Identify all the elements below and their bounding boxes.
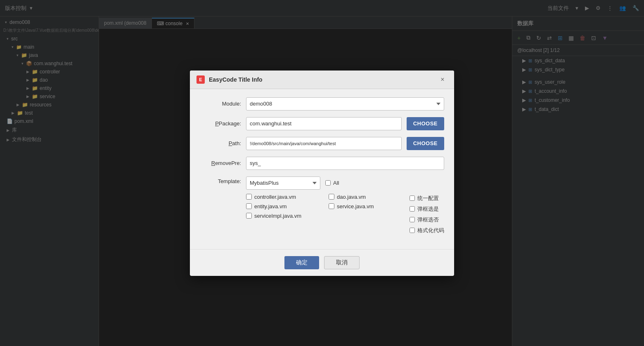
checkbox-dao-input[interactable] — [329, 194, 334, 200]
modal-close-button[interactable]: × — [438, 75, 447, 85]
template-section: Template: MybatisPlus All — [200, 177, 444, 234]
format-code-label: 格式化代码 — [417, 227, 444, 234]
path-input[interactable] — [246, 137, 402, 150]
removepre-input[interactable] — [246, 157, 444, 170]
package-choose-button[interactable]: CHOOSE — [407, 117, 444, 130]
right-option-unified-config[interactable]: 统一配置 — [410, 195, 444, 202]
icon-text: E — [199, 77, 202, 82]
checkbox-service-input[interactable] — [329, 203, 334, 209]
modal-backdrop: E EasyCode Title Info × Module: demo008 — [0, 0, 644, 346]
package-label: PPackage: — [200, 120, 241, 127]
right-option-dialog-no[interactable]: 弹框选否 — [410, 216, 444, 224]
modal-title: EasyCode Title Info — [209, 76, 433, 83]
right-option-dialog-yes[interactable]: 弹框选是 — [410, 205, 444, 213]
format-code-checkbox[interactable] — [410, 228, 415, 233]
removepre-label: RemovePre: — [200, 160, 241, 166]
unified-config-label: 统一配置 — [417, 195, 439, 202]
template-content: MybatisPlus All controller.java.vm — [246, 177, 405, 234]
all-checkbox-label[interactable]: All — [325, 180, 339, 186]
checkbox-service[interactable]: service.java.vm — [329, 203, 405, 209]
dialog-yes-label: 弹框选是 — [417, 205, 439, 213]
checkbox-serviceimpl[interactable]: serviceImpl.java.vm — [246, 213, 322, 219]
dialog-no-label: 弹框选否 — [417, 216, 439, 224]
modal-header: E EasyCode Title Info × — [190, 71, 454, 89]
ide-background: 版本控制 ▾ 当前文件 ▾ ▶ ⚙ ⋮ 👥 🔧 ▾ demo008 D:\教学文… — [0, 0, 644, 346]
template-framework-select[interactable]: MybatisPlus — [246, 177, 320, 190]
unified-config-checkbox[interactable] — [410, 195, 415, 201]
checkbox-service-label: service.java.vm — [337, 203, 374, 209]
module-row: Module: demo008 — [200, 97, 444, 111]
checkbox-serviceimpl-label: serviceImpl.java.vm — [254, 213, 301, 219]
path-row: Path: CHOOSE — [200, 137, 444, 150]
checkbox-entity-input[interactable] — [246, 203, 252, 209]
easycode-modal: E EasyCode Title Info × Module: demo008 — [190, 71, 454, 276]
package-input[interactable] — [246, 117, 402, 130]
module-label: Module: — [200, 101, 241, 107]
right-option-format-code[interactable]: 格式化代码 — [410, 227, 444, 234]
path-choose-button[interactable]: CHOOSE — [407, 137, 444, 150]
template-label: Template: — [200, 177, 241, 234]
right-options: 统一配置 弹框选是 弹框选否 格式化代码 — [410, 177, 444, 234]
checkbox-dao-label: dao.java.vm — [337, 194, 366, 200]
confirm-button[interactable]: 确定 — [284, 256, 319, 269]
dialog-no-checkbox[interactable] — [410, 217, 415, 222]
module-select[interactable]: demo008 — [246, 97, 444, 111]
path-label: Path: — [200, 140, 241, 146]
template-checkboxes: controller.java.vm dao.java.vm entity.ja… — [246, 194, 405, 219]
all-checkbox-input[interactable] — [325, 180, 331, 186]
easycode-icon: E — [197, 75, 205, 84]
modal-footer: 确定 取消 — [190, 249, 454, 276]
checkbox-entity-label: entity.java.vm — [254, 203, 287, 209]
close-icon: × — [440, 76, 444, 83]
checkbox-entity[interactable]: entity.java.vm — [246, 203, 322, 209]
package-label-u: P — [215, 120, 219, 127]
checkbox-controller[interactable]: controller.java.vm — [246, 194, 322, 200]
all-label: All — [333, 180, 339, 186]
checkbox-controller-label: controller.java.vm — [254, 194, 296, 200]
checkbox-dao[interactable]: dao.java.vm — [329, 194, 405, 200]
checkbox-controller-input[interactable] — [246, 194, 252, 200]
package-row: PPackage: CHOOSE — [200, 117, 444, 130]
modal-body: Module: demo008 PPackage: CHOOSE — [190, 89, 454, 249]
cancel-button[interactable]: 取消 — [324, 256, 360, 269]
dialog-yes-checkbox[interactable] — [410, 206, 415, 212]
checkbox-serviceimpl-input[interactable] — [246, 213, 252, 219]
template-top-row: MybatisPlus All — [246, 177, 405, 190]
removepre-row: RemovePre: — [200, 157, 444, 170]
